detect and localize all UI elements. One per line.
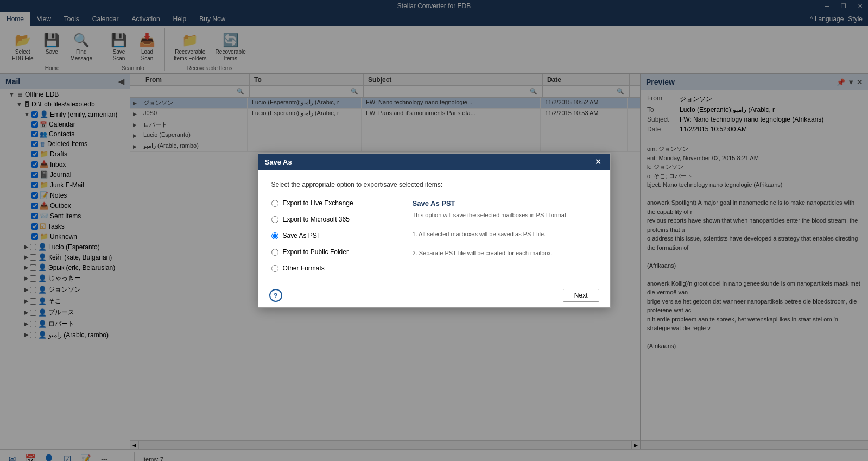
- option-live-exchange-radio[interactable]: [271, 200, 278, 207]
- modal-title: Save As: [265, 158, 292, 166]
- option-microsoft-365-radio[interactable]: [271, 216, 278, 223]
- option-live-exchange-label: Export to Live Exchange: [283, 199, 353, 207]
- modal-desc-body: This option will save the selected mailb…: [413, 211, 597, 258]
- modal-close-btn[interactable]: ✕: [593, 156, 604, 167]
- modal-overlay: Save As ✕ Select the appropriate option …: [0, 0, 868, 461]
- option-public-folder[interactable]: Export to Public Folder: [271, 248, 391, 256]
- modal-options: Export to Live Exchange Export to Micros…: [271, 199, 597, 272]
- modal-desc-line1: This option will save the selected mailb…: [413, 211, 597, 220]
- option-save-as-pst-label: Save As PST: [283, 232, 321, 239]
- modal-desc-line2: 1. All selected mailboxes will be saved …: [413, 230, 597, 239]
- modal-titlebar: Save As ✕: [258, 154, 610, 170]
- next-button[interactable]: Next: [563, 289, 599, 302]
- modal-desc-title: Save As PST: [413, 199, 597, 207]
- modal-footer: ? Next: [258, 283, 610, 307]
- modal-option-description: Save As PST This option will save the se…: [413, 199, 597, 272]
- option-save-as-pst[interactable]: Save As PST: [271, 232, 391, 239]
- option-save-as-pst-radio[interactable]: [271, 232, 278, 239]
- option-live-exchange[interactable]: Export to Live Exchange: [271, 199, 391, 207]
- option-microsoft-365[interactable]: Export to Microsoft 365: [271, 216, 391, 223]
- option-public-folder-label: Export to Public Folder: [283, 248, 349, 256]
- modal-desc-line3: 2. Separate PST file will be created for…: [413, 249, 597, 258]
- save-as-modal: Save As ✕ Select the appropriate option …: [258, 153, 611, 308]
- option-other-formats[interactable]: Other Formats: [271, 264, 391, 272]
- modal-subtitle: Select the appropriate option to export/…: [271, 181, 597, 188]
- option-other-formats-radio[interactable]: [271, 265, 278, 272]
- modal-options-list: Export to Live Exchange Export to Micros…: [271, 199, 391, 272]
- modal-body: Select the appropriate option to export/…: [258, 170, 610, 283]
- option-microsoft-365-label: Export to Microsoft 365: [283, 216, 350, 223]
- help-button[interactable]: ?: [269, 289, 282, 302]
- option-other-formats-label: Other Formats: [283, 264, 325, 272]
- option-public-folder-radio[interactable]: [271, 249, 278, 256]
